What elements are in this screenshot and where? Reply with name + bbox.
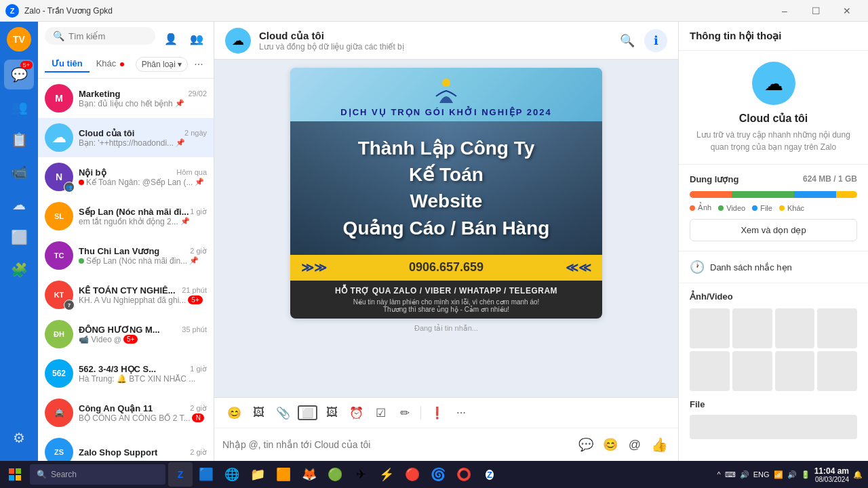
media-thumb[interactable] (817, 308, 857, 348)
chat-area: ☁ Cloud của tôi Lưu và đồng bộ dữ liệu g… (214, 22, 678, 461)
draw-button[interactable]: ✏ (393, 402, 416, 424)
image-button[interactable]: 🖼 (247, 402, 270, 424)
tabs-row: Ưu tiên Khác Phân loại ▾ ··· (45, 56, 207, 73)
taskbar-app-5[interactable]: 🦊 (297, 462, 321, 487)
filter-button[interactable]: Phân loại ▾ (136, 57, 188, 72)
file-label: File (760, 204, 772, 212)
avatar: SL (45, 202, 73, 230)
list-item[interactable]: M Marketing 29/02 Bạn: đủ liệu cho hết b… (38, 79, 214, 118)
important-button[interactable]: ❗ (425, 402, 448, 424)
chat-name: KẾ TOÁN CTY NGHIÊ... (79, 285, 176, 296)
sidebar-item-mini[interactable]: 🧩 (4, 255, 34, 285)
minimize-button[interactable]: – (769, 0, 800, 22)
taskbar-app-zalo[interactable]: Z (168, 462, 193, 487)
legend-photo: Ảnh (690, 203, 711, 212)
chat-list: M Marketing 29/02 Bạn: đủ liệu cho hết b… (38, 79, 214, 461)
tab-other[interactable]: Khác (90, 56, 131, 73)
media-thumb[interactable] (690, 308, 730, 348)
clean-button[interactable]: Xem và dọn dẹp (690, 219, 857, 241)
todo-button[interactable]: ☑ (369, 402, 392, 424)
taskbar-app-4[interactable]: 🟧 (271, 462, 296, 487)
send-button[interactable]: 👍 (648, 434, 670, 455)
emoji-button[interactable]: 😊 (222, 402, 245, 424)
status-dot (79, 258, 84, 264)
taskbar-app-2[interactable]: 🌐 (220, 462, 244, 487)
mention-button[interactable]: 💬 (575, 434, 597, 455)
sidebar-item-settings[interactable]: ⚙ (4, 423, 34, 453)
media-thumb[interactable] (732, 351, 772, 391)
chat-name: ĐỒNG HƯƠNG M... (79, 325, 160, 335)
media-thumb[interactable] (775, 308, 815, 348)
contacts-icon: 👥 (11, 99, 28, 115)
storage-legend: Ảnh Video File Khác (690, 203, 857, 212)
image-top: DỊCH VỤ TRỌN GÓI KHỞI NGHIỆP 2024 (290, 68, 602, 121)
sidebar-item-tasks[interactable]: 📋 (4, 125, 34, 155)
list-item[interactable]: 🚔 Công An Quận 11 2 giờ BỘ CÔNG AN CÔNG … (38, 393, 214, 432)
user-avatar[interactable]: TV (7, 27, 31, 52)
mini-icon: 🧩 (11, 262, 28, 278)
sidebar-item-contacts[interactable]: 👥 (4, 92, 34, 122)
at-button[interactable]: @ (624, 434, 646, 455)
taskbar-app-6[interactable]: 🟢 (323, 462, 347, 487)
media-thumb[interactable] (732, 308, 772, 348)
search-chat-button[interactable]: 🔍 (616, 29, 639, 52)
list-item[interactable]: 562 562. 3-4/3 HỌC S... 1 giờ Hà Trung: … (38, 354, 214, 393)
start-button[interactable] (3, 462, 27, 487)
sidebar-item-cloud[interactable]: ☁ (4, 190, 34, 220)
taskbar-app-zalo2[interactable]: Z (477, 462, 502, 487)
taskbar-app-3[interactable]: 📁 (245, 462, 270, 487)
taskbar-app-9[interactable]: 🔴 (400, 462, 425, 487)
list-item[interactable]: TC Thu Chi Lan Vương 2 giờ Sếp Lan (Nóc … (38, 236, 214, 275)
close-button[interactable]: ✕ (831, 0, 863, 22)
gallery-button[interactable]: 🖼 (320, 402, 343, 424)
screenshot-button[interactable]: ⬜ (296, 402, 319, 424)
emoji-picker-button[interactable]: 😊 (599, 434, 621, 455)
add-group-button[interactable]: 👥 (186, 28, 207, 49)
more-tools-button[interactable]: ··· (450, 402, 473, 424)
media-thumb[interactable] (817, 351, 857, 391)
taskbar-apps: Z 🟦 🌐 📁 🟧 🦊 🟢 ✈ ⚡ 🔴 🌀 ⭕ Z (168, 462, 502, 487)
info-panel-button[interactable]: ℹ (644, 29, 667, 52)
notification-icon[interactable]: 🔔 (853, 470, 863, 479)
taskbar-app-10[interactable]: 🌀 (426, 462, 450, 487)
file-thumb[interactable] (690, 415, 857, 439)
message-input[interactable] (222, 439, 570, 450)
legend-other: Khác (779, 203, 804, 212)
chat-info: 562. 3-4/3 HỌC S... 1 giờ Hà Trung: 🔔 BT… (79, 364, 207, 384)
list-item[interactable]: ZS Zalo Shop Support 2 giờ (38, 432, 214, 461)
sidebar-item-oa[interactable]: ⬜ (4, 222, 34, 252)
taskbar-app-7[interactable]: ✈ (349, 462, 373, 487)
chat-name: 562. 3-4/3 HỌC S... (79, 364, 156, 374)
search-box[interactable]: 🔍 (45, 27, 155, 45)
more-options-button[interactable]: ··· (191, 56, 207, 73)
service-line-4: Quảng Cáo / Bán Hàng (304, 215, 589, 241)
media-thumb[interactable] (775, 351, 815, 391)
taskbar-app-chrome[interactable]: ⭕ (452, 462, 476, 487)
taskbar-app-1[interactable]: 🟦 (194, 462, 218, 487)
list-item[interactable]: ĐH ĐỒNG HƯƠNG M... 35 phút 📹 Video @ 5+ (38, 314, 214, 354)
maximize-button[interactable]: ☐ (800, 0, 831, 22)
search-input[interactable] (68, 31, 147, 41)
taskbar-app-8[interactable]: ⚡ (374, 462, 399, 487)
list-item[interactable]: KT 7 KẾ TOÁN CTY NGHIÊ... 21 phút KH. A … (38, 275, 214, 314)
taskbar-search[interactable]: 🔍 Search (30, 464, 165, 485)
list-item[interactable]: SL Sếp Lan (Nóc nhà mãi đi... 1 giờ em t… (38, 197, 214, 236)
speaker-icon[interactable]: 🔊 (740, 470, 749, 479)
file-title: File (690, 399, 857, 409)
add-friend-button[interactable]: 👤 (161, 28, 181, 49)
tab-priority[interactable]: Ưu tiên (45, 56, 90, 73)
sidebar-item-chat[interactable]: 💬 5+ (4, 60, 34, 89)
network-icon: 📶 (774, 470, 783, 479)
list-item[interactable]: N 👥 Nội bộ Hôm qua Kế Toán Ngân: @Sếp La… (38, 157, 214, 197)
media-thumb[interactable] (690, 351, 730, 391)
chat-badge: 5+ (20, 61, 33, 69)
reminder-button[interactable]: ⏰ (344, 402, 368, 424)
reminder-section[interactable]: 🕐 Danh sách nhắc hẹn (679, 251, 868, 283)
sidebar-item-video[interactable]: 📹 (4, 157, 34, 187)
app-window: Z Zalo - Trần Vương Gpkd – ☐ ✕ TV 💬 5+ 👥 (0, 0, 868, 461)
list-item[interactable]: ☁ Cloud của tôi 2 ngày Bạn: '++https://h… (38, 118, 214, 157)
chat-name: Marketing (79, 89, 120, 99)
expand-icon[interactable]: ^ (717, 470, 721, 479)
attach-button[interactable]: 📎 (271, 402, 294, 424)
messages-area: DỊCH VỤ TRỌN GÓI KHỞI NGHIỆP 2024 Thành … (214, 60, 678, 397)
